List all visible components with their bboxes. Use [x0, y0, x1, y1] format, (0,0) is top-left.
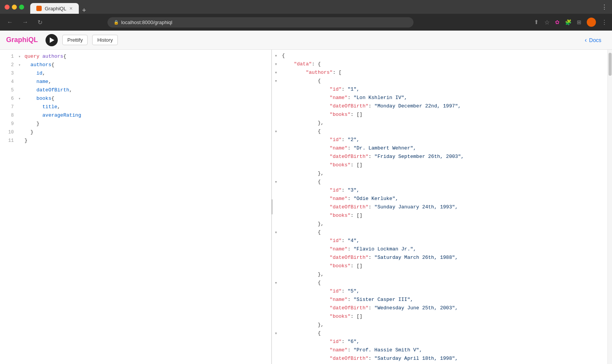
line-number: 2	[3, 62, 14, 69]
response-line: "name": "Flavio Lockman Jr.",	[272, 246, 607, 255]
line-number: 5	[3, 87, 14, 94]
response-line: "name": "Sister Casper III",	[272, 297, 607, 305]
json-line-content: "id": "6",	[282, 339, 360, 344]
prettify-button[interactable]: Prettify	[62, 35, 88, 45]
json-line-content: "name": "Prof. Hassie Smith V",	[282, 347, 422, 353]
response-line: ▾ {	[272, 179, 607, 187]
run-button[interactable]	[46, 34, 58, 46]
json-line-content: "id": "4",	[282, 238, 360, 244]
address-input-container[interactable]: 🔒 localhost:8000/graphiql	[107, 17, 413, 28]
reload-button[interactable]: ↻	[35, 17, 45, 28]
active-tab[interactable]: GraphiQL ✕	[30, 3, 79, 14]
docs-button[interactable]: ‹ Docs	[580, 37, 606, 44]
minimize-window-button[interactable]	[12, 5, 17, 10]
json-line-content: {	[282, 128, 321, 134]
collapse-arrow-icon[interactable]: ▾	[275, 54, 280, 58]
line-content: }	[24, 120, 39, 128]
collapse-arrow-icon[interactable]: ▾	[275, 79, 280, 83]
json-line-content: },	[282, 120, 324, 126]
profile-avatar[interactable]	[587, 18, 596, 27]
editor-line: 5 dateOfBirth,	[0, 86, 271, 95]
line-content: title,	[24, 103, 60, 111]
fold-arrow-icon[interactable]: ▾	[18, 54, 23, 60]
response-line: "id": "2",	[272, 137, 607, 145]
json-line-content: "id": "5",	[282, 288, 360, 294]
response-scroll[interactable]: ▾{▾ "data": {▾ "authors": [▾ { "id": "1"…	[272, 50, 607, 364]
line-content: }	[24, 137, 28, 145]
line-content: query authors{	[24, 53, 66, 61]
json-line-content: "books": []	[282, 162, 363, 168]
editor-line: 10 }	[0, 128, 271, 137]
collapse-arrow-icon[interactable]: ▾	[275, 180, 280, 184]
collapse-arrow-icon[interactable]: ▾	[275, 70, 280, 75]
line-number: 4	[3, 78, 14, 86]
response-line: "dateOfBirth": "Friday September 26th, 2…	[272, 154, 607, 162]
graphiql-logo: GraphiQL	[6, 36, 38, 44]
history-button[interactable]: History	[92, 35, 117, 45]
response-line: "id": "3",	[272, 187, 607, 196]
json-line-content: "name": "Flavio Lockman Jr.",	[282, 246, 416, 252]
editor-line: 11 }	[0, 137, 271, 145]
json-line-content: {	[282, 330, 321, 336]
collapse-arrow-icon[interactable]: ▾	[275, 331, 280, 335]
forward-button[interactable]: →	[20, 17, 31, 27]
json-line-content: "dateOfBirth": "Friday September 26th, 2…	[282, 154, 464, 159]
collapse-arrow-icon[interactable]: ▾	[275, 281, 280, 285]
divider-handle	[271, 199, 273, 214]
json-line-content: "name": "Dr. Lambert Wehner",	[282, 145, 416, 151]
editor-line: 1▾query authors{	[0, 53, 271, 61]
response-line: },	[272, 171, 607, 179]
response-line: "id": "5",	[272, 288, 607, 297]
right-scrollbar[interactable]	[607, 50, 612, 364]
menu-icon[interactable]: ⋮	[601, 19, 607, 26]
extensions-icon[interactable]: 🧩	[565, 19, 571, 25]
response-line: "id": "4",	[272, 238, 607, 246]
json-line-content: "dateOfBirth": "Wednesday June 25th, 200…	[282, 305, 458, 311]
json-line-content: "books": []	[282, 213, 363, 218]
response-line: "dateOfBirth": "Saturday April 18th, 199…	[272, 356, 607, 364]
extension-icon[interactable]: ✿	[555, 19, 560, 25]
panel-divider[interactable]	[272, 50, 272, 364]
line-number: 9	[3, 120, 14, 128]
response-line: "dateOfBirth": "Saturday March 26th, 198…	[272, 255, 607, 263]
response-line: ▾ {	[272, 78, 607, 86]
share-icon[interactable]: ⬆	[534, 19, 539, 26]
response-line: ▾ {	[272, 330, 607, 339]
tab-title: GraphiQL	[45, 6, 66, 11]
tab-favicon	[36, 6, 42, 11]
json-line-content: "dateOfBirth": "Sunday January 24th, 199…	[282, 204, 458, 210]
response-line: },	[272, 221, 607, 229]
json-line-content: "books": []	[282, 263, 363, 269]
response-line: "books": []	[272, 162, 607, 171]
maximize-window-button[interactable]	[19, 5, 24, 10]
window-controls: ⋮	[601, 3, 607, 11]
json-line-content: "dateOfBirth": "Saturday March 26th, 198…	[282, 255, 458, 260]
json-line-content: {	[282, 229, 321, 235]
docs-label: Docs	[589, 37, 601, 43]
editor-line: 2▾ authors{	[0, 61, 271, 70]
code-editor[interactable]: 1▾query authors{2▾ authors{3 id,4 name,5…	[0, 50, 271, 364]
fold-arrow-icon[interactable]: ▾	[18, 62, 23, 68]
line-number: 7	[3, 104, 14, 111]
response-line: ▾ "data": {	[272, 61, 607, 70]
json-line-content: "name": "Odie Kerluke",	[282, 196, 398, 202]
close-window-button[interactable]	[5, 5, 10, 10]
graphiql-toolbar: GraphiQL Prettify History ‹ Docs	[0, 31, 612, 50]
fold-arrow-icon[interactable]: ▾	[18, 96, 23, 102]
new-tab-button[interactable]: +	[82, 7, 86, 14]
json-line-content: "books": []	[282, 314, 363, 319]
collapse-arrow-icon[interactable]: ▾	[275, 62, 280, 66]
collapse-arrow-icon[interactable]: ▾	[275, 129, 280, 133]
line-content: authors{	[24, 61, 54, 69]
graphiql-main: 1▾query authors{2▾ authors{3 id,4 name,5…	[0, 50, 612, 364]
tab-close-button[interactable]: ✕	[69, 6, 73, 11]
response-line: ▾ {	[272, 128, 607, 137]
response-line: ▾ {	[272, 280, 607, 288]
settings-icon[interactable]: ⊞	[577, 19, 581, 25]
back-button[interactable]: ←	[5, 17, 15, 27]
response-line: "name": "Dr. Lambert Wehner",	[272, 145, 607, 154]
collapse-arrow-icon[interactable]: ▾	[275, 230, 280, 234]
response-line: },	[272, 120, 607, 128]
bookmark-icon[interactable]: ☆	[544, 19, 550, 26]
response-panel: ▾{▾ "data": {▾ "authors": [▾ { "id": "1"…	[272, 50, 607, 364]
